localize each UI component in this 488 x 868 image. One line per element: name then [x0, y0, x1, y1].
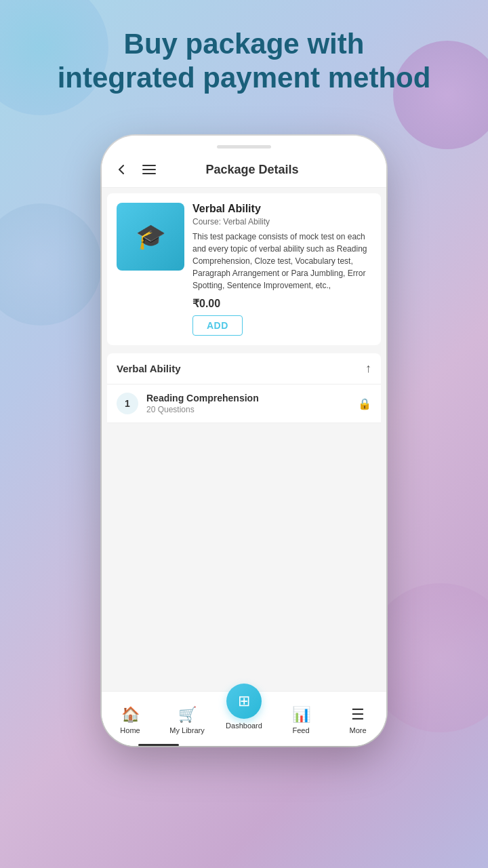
package-details: Verbal Ability Course: Verbal Ability Th… [192, 203, 371, 336]
back-button[interactable] [113, 160, 131, 179]
expand-icon[interactable]: ↑ [365, 361, 371, 376]
nav-dashboard[interactable]: ⊞ Dashboard [216, 684, 272, 730]
header-title: Package Details [167, 163, 338, 177]
app-content: Package Details 🎓 Verbal Ability Course:… [102, 152, 386, 746]
page-title-area: Buy package with integrated payment meth… [0, 0, 488, 109]
more-icon: ☰ [351, 706, 365, 724]
section-header: Verbal Ability ↑ [107, 353, 381, 384]
item-name: Reading Comprehension [146, 393, 350, 403]
notch-bar [217, 145, 271, 149]
dashboard-icon: ⊞ [238, 692, 250, 710]
more-label: More [349, 726, 366, 734]
empty-area [107, 423, 381, 691]
feed-label: Feed [292, 726, 309, 734]
add-button[interactable]: ADD [192, 315, 243, 336]
package-image: 🎓 [117, 203, 184, 271]
home-icon: 🏠 [121, 706, 140, 724]
back-arrow-icon [116, 163, 128, 176]
bg-blob-3 [0, 203, 102, 326]
dashboard-circle: ⊞ [226, 684, 262, 719]
package-card: 🎓 Verbal Ability Course: Verbal Ability … [107, 193, 381, 345]
item-info: Reading Comprehension 20 Questions [146, 393, 350, 414]
package-description: This test package consists of mock test … [192, 231, 371, 292]
lock-icon: 🔒 [358, 397, 371, 410]
section-title: Verbal Ability [117, 363, 180, 374]
item-sub: 20 Questions [146, 405, 350, 414]
nav-feed[interactable]: 📊 Feed [272, 706, 329, 734]
app-header: Package Details [102, 152, 386, 188]
page-headline: Buy package with integrated payment meth… [20, 27, 468, 96]
package-price: ₹0.00 [192, 297, 371, 310]
nav-home[interactable]: 🏠 Home [102, 706, 159, 734]
dashboard-label: Dashboard [226, 722, 262, 730]
list-item[interactable]: 1 Reading Comprehension 20 Questions 🔒 [107, 384, 381, 423]
my-library-label: My Library [169, 726, 204, 734]
feed-icon: 📊 [292, 706, 310, 724]
menu-button[interactable] [140, 160, 159, 179]
graduation-cap-icon: 🎓 [136, 222, 166, 251]
bottom-nav: 🏠 Home 🛒 My Library ⊞ Dashboard 📊 Feed ☰… [102, 691, 386, 746]
home-label: Home [120, 726, 140, 734]
package-info: 🎓 Verbal Ability Course: Verbal Ability … [117, 203, 371, 336]
my-library-icon: 🛒 [178, 706, 197, 724]
package-course: Course: Verbal Ability [192, 217, 371, 226]
nav-active-bar [138, 744, 179, 746]
nav-more[interactable]: ☰ More [329, 706, 386, 734]
package-name: Verbal Ability [192, 203, 371, 215]
phone-mockup: Package Details 🎓 Verbal Ability Course:… [102, 136, 386, 746]
phone-notch [102, 136, 386, 152]
nav-my-library[interactable]: 🛒 My Library [159, 706, 216, 734]
item-number: 1 [117, 393, 138, 414]
